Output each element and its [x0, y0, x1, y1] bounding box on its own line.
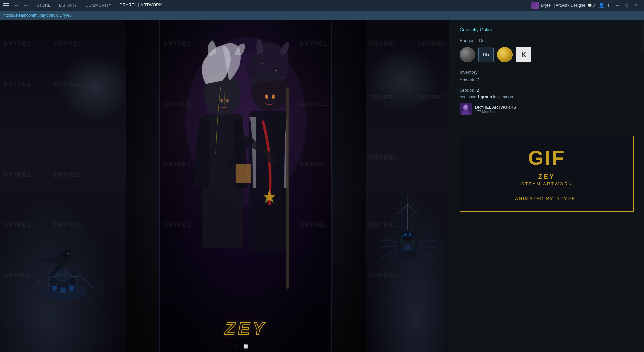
profile-icon-btn[interactable]: 👤 [599, 3, 604, 8]
wm-c: DRYREL [300, 161, 328, 168]
badges-count: 121 [478, 38, 486, 43]
minimize-button[interactable]: ─ [612, 2, 622, 9]
artwork-section: Artwork 2 [460, 77, 634, 82]
main-anime-panel[interactable]: ZEY [ i ⬜ r ] DRYREL DRYREL DRYREL DRYRE… [159, 20, 332, 352]
close-button[interactable]: ✕ [631, 2, 641, 9]
groups-header: Groups 2 [460, 88, 634, 93]
badge-coin[interactable] [460, 47, 475, 62]
svg-line-53 [401, 194, 404, 231]
groups-suffix: in common [493, 95, 513, 99]
wm-r: DRYREL [418, 40, 446, 47]
prev-icon[interactable]: [ [236, 344, 237, 349]
notification-badge[interactable]: 💬 34 [587, 3, 597, 8]
wm: DRYREL [3, 221, 32, 229]
wm: DRYREL [3, 171, 32, 178]
gif-promo-box[interactable]: GIF ZEY STEAM ARTWORK ANIMATED BY DRYREL [460, 136, 634, 212]
svg-line-6 [83, 278, 93, 288]
wm-c: DRYREL [300, 101, 328, 108]
wm: DRYREL [54, 221, 82, 229]
svg-point-28 [266, 95, 268, 98]
center-left-sub [126, 20, 159, 352]
panels-container: DRYREL DRYREL DRYREL DRYREL DRYREL DRYRE… [0, 20, 644, 352]
menu-icon[interactable] [3, 2, 9, 9]
tab-bar: STORE LIBRARY COMMUNITY DRYREL | ARTWORK… [33, 1, 529, 9]
tab-store[interactable]: STORE [33, 1, 54, 9]
back-button[interactable]: ← [12, 2, 21, 9]
groups-common-prefix: You have [460, 95, 476, 99]
badge-gold[interactable] [497, 47, 513, 62]
user-info[interactable]: Dryrel. | Artwork Designe [531, 2, 585, 9]
wm-c: DRYREL [300, 221, 328, 229]
center-right-sub [332, 20, 366, 352]
group-members: 177 Members [475, 110, 516, 114]
maximize-button[interactable]: □ [622, 2, 631, 9]
svg-point-13 [63, 250, 71, 258]
title-bar: ← → STORE LIBRARY COMMUNITY DRYREL | ART… [0, 0, 644, 11]
wm: DRYREL [3, 40, 32, 47]
tab-community[interactable]: COMMUNITY [82, 1, 115, 9]
user-name: Dryrel. | Artwork Designe [541, 3, 585, 8]
svg-point-15 [68, 253, 69, 254]
shadow-right [332, 20, 366, 352]
wm: DRYREL [54, 272, 82, 279]
fullscreen-icon[interactable]: ⬜ [243, 344, 248, 349]
tab-current-page[interactable]: DRYREL | ARTWORK... [116, 1, 169, 9]
title-bar-right: Dryrel. | Artwork Designe 💬 34 👤 ⬇ ─ □ ✕ [531, 2, 641, 9]
address-bar: https://steamcommunity.com/id/Dryrel/ [0, 11, 644, 20]
group-item[interactable]: DRYREL ARTWORKS 177 Members [460, 102, 634, 117]
left-artwork-panel[interactable]: DRYREL DRYREL DRYREL DRYREL DRYREL DRYRE… [0, 20, 126, 352]
right-artwork-panel[interactable]: DRYREL DRYREL DRYREL DRYREL DRYREL DRYRE… [366, 20, 449, 352]
tab-library[interactable]: LIBRARY [56, 1, 81, 9]
forward-button[interactable]: → [21, 2, 30, 9]
bird-artwork [30, 204, 97, 305]
badges-row: 10+ K [460, 47, 634, 62]
svg-point-45 [404, 233, 407, 236]
badges-label: Badges [460, 38, 474, 43]
wm-r: DRYREL [369, 40, 397, 47]
svg-point-35 [219, 80, 219, 81]
groups-common-text: You have 1 group in common [460, 95, 634, 99]
next-icon[interactable]: r [251, 344, 252, 349]
svg-point-33 [228, 73, 230, 74]
svg-point-50 [401, 248, 404, 251]
wm: DRYREL [54, 40, 82, 47]
address-url[interactable]: https://steamcommunity.com/id/Dryrel/ [3, 13, 71, 18]
gif-divider [470, 191, 623, 191]
groups-section: Groups 2 You have 1 group in common [460, 88, 634, 117]
group-name: DRYREL ARTWORKS [475, 105, 516, 110]
artwork-label[interactable]: Artwork [460, 77, 474, 82]
inventory-label[interactable]: Inventory [460, 70, 477, 75]
inventory-section: Inventory [460, 69, 634, 75]
badge-k[interactable]: K [516, 47, 531, 62]
svg-point-48 [412, 236, 414, 237]
svg-point-46 [409, 233, 411, 236]
spider-artwork [374, 194, 441, 312]
wm: DRYREL [3, 81, 32, 88]
nav-buttons: ← → [12, 2, 30, 9]
gif-label: GIF [528, 146, 566, 169]
info-icon[interactable]: i [239, 344, 240, 349]
wm: DRYREL [54, 171, 82, 178]
groups-label[interactable]: Groups [460, 88, 474, 93]
svg-point-49 [405, 245, 410, 251]
badge-ten-plus[interactable]: 10+ [478, 47, 494, 62]
svg-point-10 [69, 286, 74, 291]
download-icon-btn[interactable]: ⬇ [606, 3, 610, 8]
svg-point-36 [275, 70, 277, 71]
notification-count: 34 [593, 3, 597, 7]
wm: DRYREL [3, 272, 32, 279]
wm-c: DRYREL [163, 40, 192, 47]
wm-c: DRYREL [163, 101, 192, 108]
svg-line-54 [411, 194, 414, 231]
group-avatar-image [460, 103, 472, 115]
group-info: DRYREL ARTWORKS 177 Members [475, 105, 516, 114]
svg-point-37 [262, 63, 263, 64]
chat-icon: 💬 [587, 3, 592, 8]
groups-count: 2 [477, 88, 479, 93]
svg-rect-30 [286, 87, 289, 289]
center-artwork-area[interactable]: ZEY [ i ⬜ r ] DRYREL DRYREL DRYREL DRYRE… [126, 20, 366, 352]
gif-title-line2: STEAM ARTWORK [521, 181, 573, 186]
center-bottom-controls[interactable]: [ i ⬜ r ] [236, 344, 255, 349]
profile-panel: Currently Online Badges 121 10+ K Invent… [449, 20, 644, 352]
svg-point-9 [52, 286, 57, 291]
